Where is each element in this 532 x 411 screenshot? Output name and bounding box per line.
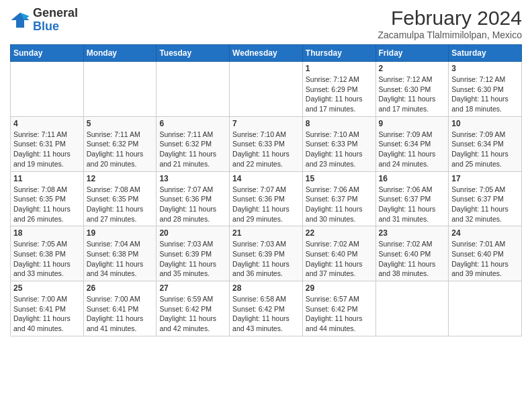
day-number: 18 (13, 228, 81, 238)
calendar-header: SundayMondayTuesdayWednesdayThursdayFrid… (11, 45, 522, 62)
header-cell-wednesday: Wednesday (230, 45, 303, 62)
day-info: Sunrise: 7:10 AMSunset: 6:33 PMDaylight:… (232, 130, 300, 169)
day-cell: 28Sunrise: 6:58 AMSunset: 6:42 PMDayligh… (230, 281, 303, 336)
day-cell: 7Sunrise: 7:10 AMSunset: 6:33 PMDaylight… (230, 116, 303, 171)
day-number: 27 (159, 283, 226, 293)
day-cell: 6Sunrise: 7:11 AMSunset: 6:32 PMDaylight… (157, 116, 230, 171)
day-cell (83, 62, 157, 117)
day-number: 3 (451, 64, 519, 73)
day-number: 8 (306, 119, 373, 128)
day-cell: 10Sunrise: 7:09 AMSunset: 6:34 PMDayligh… (449, 116, 522, 171)
day-cell: 19Sunrise: 7:04 AMSunset: 6:38 PMDayligh… (83, 226, 157, 281)
calendar-table: SundayMondayTuesdayWednesdayThursdayFrid… (10, 44, 522, 336)
page-header: General Blue February 2024 Zacamulpa Tla… (10, 7, 522, 40)
day-cell: 27Sunrise: 6:59 AMSunset: 6:42 PMDayligh… (157, 281, 230, 336)
day-number: 20 (159, 228, 226, 238)
day-number: 23 (379, 228, 446, 238)
day-info: Sunrise: 7:08 AMSunset: 6:35 PMDaylight:… (87, 185, 154, 224)
day-cell: 24Sunrise: 7:01 AMSunset: 6:40 PMDayligh… (449, 226, 522, 281)
day-cell: 14Sunrise: 7:07 AMSunset: 6:36 PMDayligh… (230, 171, 303, 226)
day-info: Sunrise: 7:00 AMSunset: 6:41 PMDaylight:… (13, 294, 81, 334)
day-info: Sunrise: 7:01 AMSunset: 6:40 PMDaylight:… (451, 239, 519, 279)
day-cell: 15Sunrise: 7:06 AMSunset: 6:37 PMDayligh… (302, 171, 375, 226)
logo-line2: Blue (33, 20, 78, 34)
day-info: Sunrise: 7:03 AMSunset: 6:39 PMDaylight:… (159, 239, 226, 279)
header-cell-sunday: Sunday (11, 45, 84, 62)
day-number: 28 (232, 283, 300, 293)
header-row: SundayMondayTuesdayWednesdayThursdayFrid… (11, 45, 522, 62)
day-info: Sunrise: 7:00 AMSunset: 6:41 PMDaylight:… (87, 294, 154, 334)
day-info: Sunrise: 7:12 AMSunset: 6:30 PMDaylight:… (379, 75, 446, 114)
day-info: Sunrise: 7:04 AMSunset: 6:38 PMDaylight:… (87, 239, 154, 279)
day-cell: 21Sunrise: 7:03 AMSunset: 6:39 PMDayligh… (230, 226, 303, 281)
day-cell (157, 62, 230, 117)
week-row-2: 4Sunrise: 7:11 AMSunset: 6:31 PMDaylight… (11, 116, 522, 171)
day-cell: 11Sunrise: 7:08 AMSunset: 6:35 PMDayligh… (11, 171, 84, 226)
day-number: 17 (451, 174, 519, 183)
day-info: Sunrise: 7:11 AMSunset: 6:32 PMDaylight:… (159, 130, 226, 169)
day-cell: 4Sunrise: 7:11 AMSunset: 6:31 PMDaylight… (11, 116, 84, 171)
day-number: 5 (87, 119, 154, 128)
day-number: 6 (159, 119, 226, 128)
day-info: Sunrise: 7:02 AMSunset: 6:40 PMDaylight:… (379, 239, 446, 279)
day-number: 26 (87, 283, 154, 293)
day-number: 22 (306, 228, 373, 238)
day-info: Sunrise: 7:07 AMSunset: 6:36 PMDaylight:… (232, 185, 300, 224)
page-title: February 2024 (378, 7, 522, 30)
day-number: 11 (13, 174, 81, 183)
day-info: Sunrise: 7:11 AMSunset: 6:31 PMDaylight:… (13, 130, 81, 169)
week-row-5: 25Sunrise: 7:00 AMSunset: 6:41 PMDayligh… (11, 281, 522, 336)
day-cell (375, 281, 449, 336)
day-cell: 22Sunrise: 7:02 AMSunset: 6:40 PMDayligh… (302, 226, 375, 281)
day-number: 15 (306, 174, 373, 183)
page-subtitle: Zacamulpa Tlalmimilolpan, Mexico (378, 30, 522, 40)
day-number: 12 (87, 174, 154, 183)
day-cell (11, 62, 84, 117)
title-block: February 2024 Zacamulpa Tlalmimilolpan, … (378, 7, 522, 40)
day-number: 13 (159, 174, 226, 183)
header-cell-friday: Friday (375, 45, 449, 62)
day-info: Sunrise: 7:06 AMSunset: 6:37 PMDaylight:… (379, 185, 446, 224)
day-info: Sunrise: 7:09 AMSunset: 6:34 PMDaylight:… (451, 130, 519, 169)
day-cell: 25Sunrise: 7:00 AMSunset: 6:41 PMDayligh… (11, 281, 84, 336)
day-info: Sunrise: 7:12 AMSunset: 6:29 PMDaylight:… (306, 75, 373, 114)
day-info: Sunrise: 6:57 AMSunset: 6:42 PMDaylight:… (306, 294, 373, 334)
day-number: 10 (451, 119, 519, 128)
day-info: Sunrise: 6:59 AMSunset: 6:42 PMDaylight:… (159, 294, 226, 334)
day-cell: 1Sunrise: 7:12 AMSunset: 6:29 PMDaylight… (302, 62, 375, 117)
calendar-body: 1Sunrise: 7:12 AMSunset: 6:29 PMDaylight… (11, 62, 522, 336)
day-cell: 3Sunrise: 7:12 AMSunset: 6:30 PMDaylight… (449, 62, 522, 117)
day-number: 29 (306, 283, 373, 293)
day-cell: 9Sunrise: 7:09 AMSunset: 6:34 PMDaylight… (375, 116, 449, 171)
day-cell (449, 281, 522, 336)
day-number: 4 (13, 119, 81, 128)
header-cell-monday: Monday (83, 45, 157, 62)
day-info: Sunrise: 7:06 AMSunset: 6:37 PMDaylight:… (306, 185, 373, 224)
header-cell-tuesday: Tuesday (157, 45, 230, 62)
header-cell-saturday: Saturday (449, 45, 522, 62)
day-cell: 20Sunrise: 7:03 AMSunset: 6:39 PMDayligh… (157, 226, 230, 281)
day-number: 25 (13, 283, 81, 293)
day-cell: 17Sunrise: 7:05 AMSunset: 6:37 PMDayligh… (449, 171, 522, 226)
day-cell: 26Sunrise: 7:00 AMSunset: 6:41 PMDayligh… (83, 281, 157, 336)
week-row-1: 1Sunrise: 7:12 AMSunset: 6:29 PMDaylight… (11, 62, 522, 117)
logo-bird-icon (10, 10, 30, 30)
day-cell: 18Sunrise: 7:05 AMSunset: 6:38 PMDayligh… (11, 226, 84, 281)
day-cell: 29Sunrise: 6:57 AMSunset: 6:42 PMDayligh… (302, 281, 375, 336)
day-info: Sunrise: 7:08 AMSunset: 6:35 PMDaylight:… (13, 185, 81, 224)
day-number: 7 (232, 119, 300, 128)
day-cell: 2Sunrise: 7:12 AMSunset: 6:30 PMDaylight… (375, 62, 449, 117)
day-number: 16 (379, 174, 446, 183)
day-number: 21 (232, 228, 300, 238)
day-cell: 12Sunrise: 7:08 AMSunset: 6:35 PMDayligh… (83, 171, 157, 226)
day-cell: 8Sunrise: 7:10 AMSunset: 6:33 PMDaylight… (302, 116, 375, 171)
day-number: 14 (232, 174, 300, 183)
logo-text: General Blue (33, 7, 78, 34)
day-info: Sunrise: 7:07 AMSunset: 6:36 PMDaylight:… (159, 185, 226, 224)
day-info: Sunrise: 7:03 AMSunset: 6:39 PMDaylight:… (232, 239, 300, 279)
day-info: Sunrise: 6:58 AMSunset: 6:42 PMDaylight:… (232, 294, 300, 334)
day-info: Sunrise: 7:05 AMSunset: 6:37 PMDaylight:… (451, 185, 519, 224)
logo: General Blue (10, 7, 78, 34)
day-cell (230, 62, 303, 117)
week-row-4: 18Sunrise: 7:05 AMSunset: 6:38 PMDayligh… (11, 226, 522, 281)
